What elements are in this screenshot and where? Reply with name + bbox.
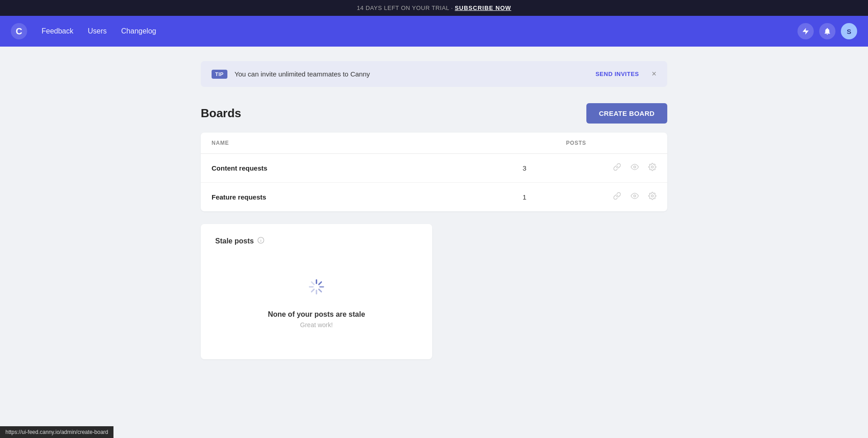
navbar-links: Feedback Users Changelog	[42, 27, 797, 35]
info-icon[interactable]	[257, 237, 264, 245]
settings-icon[interactable]	[648, 163, 656, 173]
link-icon[interactable]	[613, 163, 621, 173]
svg-point-2	[634, 195, 636, 197]
logo[interactable]: C	[11, 23, 27, 39]
status-url: https://ui-feed.canny.io/admin/create-bo…	[5, 429, 108, 435]
svg-point-0	[634, 166, 636, 168]
board-actions-feature	[613, 192, 656, 202]
boards-table: NAME POSTS Content requests 3 Feature re…	[201, 133, 667, 211]
status-bar: https://ui-feed.canny.io/admin/create-bo…	[0, 426, 113, 438]
view-icon-2[interactable]	[630, 192, 639, 202]
navbar: C Feedback Users Changelog S	[0, 16, 868, 47]
stale-posts-card: Stale posts	[201, 224, 432, 359]
nav-feedback[interactable]: Feedback	[42, 27, 73, 35]
subscribe-link[interactable]: SUBSCRIBE NOW	[455, 5, 511, 11]
board-name-content[interactable]: Content requests	[212, 164, 523, 172]
svg-line-14	[311, 282, 314, 284]
tip-badge: TIP	[212, 70, 227, 79]
loading-spinner-icon	[306, 276, 327, 300]
send-invites-button[interactable]: SEND INVITES	[595, 71, 639, 77]
lightning-button[interactable]	[797, 23, 814, 39]
col-posts: POSTS	[566, 140, 656, 146]
table-header: NAME POSTS	[201, 133, 667, 154]
settings-icon-2[interactable]	[648, 192, 656, 202]
nav-changelog[interactable]: Changelog	[121, 27, 156, 35]
link-icon-2[interactable]	[613, 192, 621, 202]
stale-empty-title: None of your posts are stale	[268, 310, 365, 319]
tip-close-button[interactable]: ×	[651, 69, 656, 79]
board-actions-content	[613, 163, 656, 173]
nav-users[interactable]: Users	[88, 27, 107, 35]
trial-banner: 14 DAYS LEFT ON YOUR TRIAL · SUBSCRIBE N…	[0, 0, 868, 16]
lightning-icon	[802, 27, 810, 35]
board-posts-feature: 1	[523, 193, 613, 201]
table-row: Content requests 3	[201, 154, 667, 183]
avatar[interactable]: S	[841, 23, 857, 39]
view-icon[interactable]	[630, 163, 639, 173]
board-name-feature[interactable]: Feature requests	[212, 193, 523, 201]
tip-text: You can invite unlimited teammates to Ca…	[235, 70, 589, 78]
stale-posts-title: Stale posts	[215, 237, 254, 245]
svg-line-9	[319, 282, 321, 284]
svg-point-3	[651, 195, 654, 197]
stale-empty-subtitle: Great work!	[300, 321, 333, 328]
svg-line-10	[311, 289, 314, 291]
svg-line-13	[319, 289, 321, 291]
boards-title: Boards	[201, 106, 241, 120]
bell-icon	[823, 27, 831, 35]
notifications-button[interactable]	[819, 23, 835, 39]
navbar-actions: S	[797, 23, 857, 39]
stale-posts-empty: None of your posts are stale Great work!	[215, 267, 418, 347]
tip-banner: TIP You can invite unlimited teammates t…	[201, 61, 667, 87]
main-content: TIP You can invite unlimited teammates t…	[190, 47, 678, 374]
create-board-button[interactable]: CREATE BOARD	[586, 103, 667, 124]
stale-posts-header: Stale posts	[215, 237, 418, 245]
table-row: Feature requests 1	[201, 183, 667, 211]
col-name: NAME	[212, 140, 566, 146]
svg-point-1	[651, 166, 654, 168]
board-posts-content: 3	[523, 164, 613, 172]
trial-text: 14 DAYS LEFT ON YOUR TRIAL ·	[357, 5, 455, 11]
boards-header: Boards CREATE BOARD	[201, 103, 667, 124]
